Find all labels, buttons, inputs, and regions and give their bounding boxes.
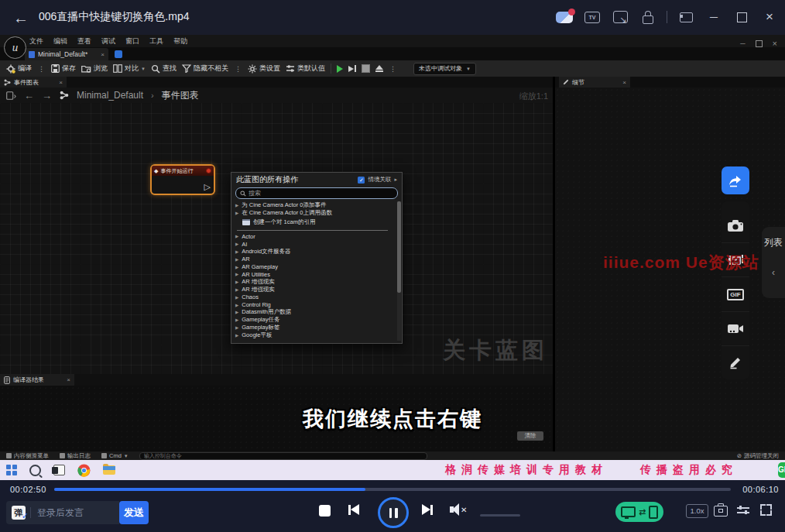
- task-view-button[interactable]: [53, 463, 65, 477]
- debug-object-dropdown[interactable]: 未选中调试对象▼: [413, 63, 476, 75]
- pause-button[interactable]: [378, 497, 409, 528]
- device-switch-button[interactable]: ⇄: [615, 502, 663, 522]
- list-item[interactable]: ▶Gameplay任务: [235, 316, 396, 324]
- list-item[interactable]: ▶Datasmith用户数据: [235, 309, 396, 317]
- previous-button[interactable]: [348, 504, 359, 515]
- possess-button[interactable]: [362, 64, 370, 73]
- exec-pin[interactable]: ▷: [204, 183, 211, 191]
- tab-close-icon[interactable]: ×: [67, 376, 70, 383]
- nav-back-icon[interactable]: ←: [24, 90, 34, 101]
- menu-help[interactable]: 帮助: [173, 36, 187, 46]
- lock-icon[interactable]: [639, 9, 657, 26]
- list-item[interactable]: ▶AR Gameplay: [235, 263, 396, 271]
- browse-button[interactable]: 浏览: [81, 63, 108, 74]
- list-item[interactable]: ▶Google平板: [235, 331, 396, 339]
- gif-record-button[interactable]: GIF: [722, 276, 749, 311]
- list-item[interactable]: ▶Actor: [235, 233, 396, 241]
- list-item[interactable]: ▶Android文件服务器: [235, 248, 396, 256]
- list-item[interactable]: ▶Chaos: [235, 293, 396, 301]
- list-item[interactable]: ▶AR: [235, 256, 396, 263]
- tab-close-icon[interactable]: ×: [622, 79, 626, 86]
- context-search-box[interactable]: [235, 187, 398, 199]
- tab-compiler-results[interactable]: 编译器结果 ×: [0, 374, 74, 386]
- taskbar-search-button[interactable]: [29, 463, 41, 477]
- gr-logo[interactable]: GR: [778, 462, 785, 478]
- ue-minimize-icon[interactable]: ─: [740, 39, 745, 47]
- maximize-button[interactable]: [732, 9, 751, 26]
- tab-event-graph[interactable]: 事件图表 ×: [0, 77, 67, 88]
- menu-file[interactable]: 文件: [29, 36, 43, 46]
- video-frame[interactable]: u 文件 编辑 查看 调试 窗口 工具 帮助 ─ × Minimal_Defau…: [0, 35, 785, 460]
- game-center-icon[interactable]: [555, 9, 574, 26]
- content-drawer-button[interactable]: 内容侧滑菜单: [6, 452, 49, 460]
- share-button[interactable]: [722, 166, 749, 194]
- list-item[interactable]: ▶AI: [235, 240, 396, 248]
- context-scrollbar[interactable]: [397, 201, 401, 341]
- send-button[interactable]: 发送: [119, 501, 149, 524]
- list-item[interactable]: ▶在 Cine Camera Actor 0上调用函数: [235, 209, 396, 217]
- clear-button[interactable]: 清除: [517, 431, 543, 441]
- tab-minimal-default[interactable]: Minimal_Default* ×: [25, 48, 108, 60]
- context-sensitive-checkbox[interactable]: ✓: [358, 177, 365, 184]
- mini-mode-icon[interactable]: [677, 9, 695, 26]
- tab-close-icon[interactable]: ×: [101, 51, 105, 58]
- menu-edit[interactable]: 编辑: [53, 36, 67, 46]
- diff-button[interactable]: 对比▼: [113, 63, 146, 74]
- list-item[interactable]: ▶Gameplay标签: [235, 324, 396, 331]
- play-button[interactable]: [337, 65, 343, 73]
- scrollbar-thumb[interactable]: [397, 201, 401, 293]
- list-item[interactable]: ▶AR 增强现实: [235, 286, 396, 293]
- event-beginplay-node[interactable]: ◆ 事件开始运行 ▷: [150, 164, 215, 195]
- tv-cast-icon[interactable]: TV: [583, 9, 602, 26]
- context-search-input[interactable]: [249, 190, 393, 197]
- stop-button[interactable]: [319, 505, 331, 517]
- list-item[interactable]: ▶AR 增强现实: [235, 278, 396, 286]
- source-control-status[interactable]: ⊘源码管理关闭: [737, 452, 779, 460]
- window-chip-icon[interactable]: [115, 50, 122, 58]
- menu-tools[interactable]: 工具: [149, 36, 163, 46]
- nav-forward-icon[interactable]: →: [42, 90, 52, 101]
- frame-skip-button[interactable]: [348, 65, 356, 72]
- video-record-button[interactable]: [722, 311, 749, 345]
- danmaku-input[interactable]: [36, 506, 114, 519]
- fullscreen-button[interactable]: [760, 504, 772, 516]
- mute-button[interactable]: ✕: [450, 503, 467, 516]
- list-item[interactable]: ▶AR Utilities: [235, 271, 396, 279]
- annotate-button[interactable]: [722, 345, 749, 379]
- list-item[interactable]: ▶为 Cine Camera Actor 0添加事件: [235, 201, 396, 209]
- tab-close-icon[interactable]: ×: [59, 79, 63, 86]
- danmaku-box[interactable]: 弹: [6, 501, 119, 524]
- chrome-button[interactable]: [77, 463, 91, 477]
- screenshot-button[interactable]: [722, 209, 749, 242]
- menu-view[interactable]: 查看: [77, 36, 91, 46]
- menu-window[interactable]: 窗口: [125, 36, 139, 46]
- menu-debug[interactable]: 调试: [101, 36, 115, 46]
- playback-speed-button[interactable]: 1.0x: [686, 504, 708, 518]
- settings-sliders-button[interactable]: [737, 505, 749, 516]
- toolbox-button[interactable]: [714, 506, 728, 517]
- hide-unrelated-options-icon[interactable]: ⋮: [235, 65, 242, 73]
- list-item[interactable]: ▶Control Rig: [235, 301, 396, 309]
- hide-unrelated-button[interactable]: 隐藏不相关: [182, 63, 228, 74]
- class-defaults-button[interactable]: 类默认值: [286, 63, 325, 74]
- compile-options-icon[interactable]: ⋮: [38, 65, 45, 73]
- list-item[interactable]: 创建一个对 1cam的引用: [235, 217, 396, 228]
- ue-restore-icon[interactable]: [756, 40, 763, 47]
- find-button[interactable]: 查找: [151, 63, 177, 74]
- save-button[interactable]: 保存: [51, 63, 76, 74]
- list-item[interactable]: ▶Groom: [235, 339, 396, 341]
- minimize-button[interactable]: ─: [704, 9, 723, 26]
- ue-close-icon[interactable]: ×: [773, 39, 777, 48]
- playlist-side-tab[interactable]: 列表 ‹: [762, 227, 785, 298]
- breadcrumb-root[interactable]: Minimal_Default: [77, 90, 143, 101]
- output-log-button[interactable]: 输出日志: [60, 452, 91, 460]
- event-graph-canvas[interactable]: ◆ 事件开始运行 ▷ 关卡蓝图 此蓝图的所有操作 ✓ 情境关联 ▸: [0, 103, 553, 374]
- graph-list-icon[interactable]: [6, 91, 16, 100]
- danmaku-toggle-icon[interactable]: 弹: [12, 506, 26, 520]
- class-settings-button[interactable]: 类设置: [248, 63, 280, 74]
- cmd-dropdown[interactable]: Cmd▼: [101, 452, 129, 459]
- close-button[interactable]: ×: [760, 9, 779, 26]
- start-button[interactable]: [6, 463, 17, 477]
- console-command-input[interactable]: [139, 452, 427, 460]
- tab-details[interactable]: 细节 ×: [559, 77, 630, 88]
